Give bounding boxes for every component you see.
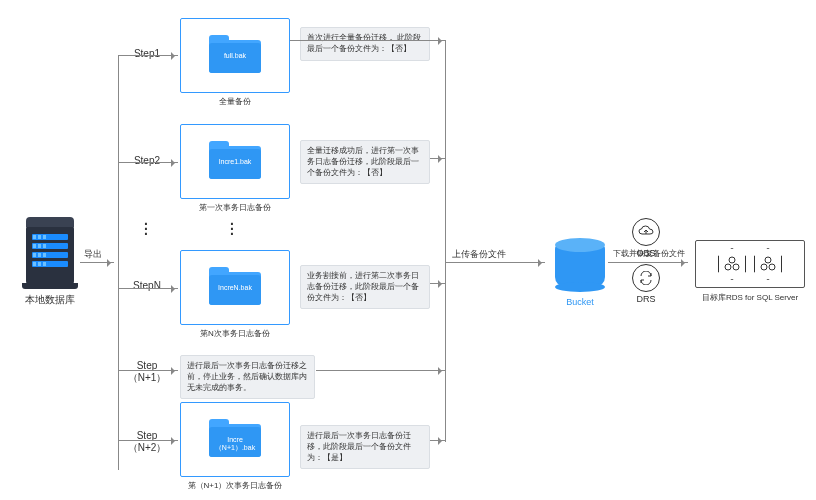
folder-incren1: Incre（N+1）.bak 第（N+1）次事务日志备份 <box>180 402 290 491</box>
stepn1-arrow <box>118 370 178 371</box>
folder-icon: Incre（N+1）.bak <box>209 419 261 457</box>
step-1-label: Step1 <box>122 48 172 59</box>
svg-point-5 <box>765 257 771 263</box>
export-arrow <box>80 262 114 263</box>
svg-point-1 <box>733 264 739 270</box>
cloud-upload-icon <box>632 218 660 246</box>
note-step1: 首次进行全量备份迁移， 此阶段最后一个备份文件为：【否】 <box>300 27 430 61</box>
folder-incren: IncreN.bak 第N次事务日志备份 <box>180 250 290 339</box>
step2-arrow <box>118 162 178 163</box>
steps-vline <box>118 55 119 470</box>
drs-service: DRS <box>628 264 664 304</box>
step1-arrow <box>118 55 178 56</box>
stepn-arrow <box>118 288 178 289</box>
diagram-canvas: 本地数据库 导出 Step1 Step2 StepN Step（N+1） Ste… <box>0 0 816 500</box>
note-stepn2: 进行最后一次事务日志备份迁移，此阶段最后一个备份文件为：【是】 <box>300 425 430 469</box>
db-hex-icon <box>718 248 746 280</box>
db-hex-icon <box>754 248 782 280</box>
folders-ellipsis-icon: ... <box>230 218 234 233</box>
upload-arrow <box>445 262 545 263</box>
folder-icon: full.bak <box>209 35 261 73</box>
bucket-label: Bucket <box>555 297 605 307</box>
steps-ellipsis-icon: ... <box>144 218 148 233</box>
folder-incre1: Incre1.bak 第一次事务日志备份 <box>180 124 290 213</box>
upload-vline <box>445 40 446 442</box>
svg-point-4 <box>769 264 775 270</box>
step-n-label: StepN <box>122 280 172 291</box>
folder-icon: IncreN.bak <box>209 267 261 305</box>
obs-bucket: Bucket <box>555 245 605 307</box>
upload-label: 上传备份文件 <box>452 248 506 261</box>
sync-icon <box>632 264 660 292</box>
download-label: 下载并恢复备份文件 <box>613 248 685 259</box>
target-rds: 目标库RDS for SQL Server <box>695 240 805 303</box>
note-step2: 全量迁移成功后，进行第一次事务日志备份迁移，此阶段最后一个备份文件为：【否】 <box>300 140 430 184</box>
step-2-label: Step2 <box>122 155 172 166</box>
stepn2-arrow <box>118 440 178 441</box>
download-arrow <box>608 262 688 263</box>
step-n2-label: Step（N+2） <box>122 430 172 454</box>
folder-icon: Incre1.bak <box>209 141 261 179</box>
server-icon <box>26 225 74 285</box>
local-database-server: 本地数据库 <box>20 225 80 307</box>
rds-label: 目标库RDS for SQL Server <box>695 292 805 303</box>
server-label: 本地数据库 <box>20 293 80 307</box>
svg-point-2 <box>729 257 735 263</box>
export-label: 导出 <box>84 248 102 261</box>
svg-point-3 <box>761 264 767 270</box>
note-stepn: 业务割接前，进行第二次事务日志备份迁移，此阶段最后一个备份文件为：【否】 <box>300 265 430 309</box>
bucket-icon <box>555 245 605 287</box>
step-n1-label: Step（N+1） <box>122 360 172 384</box>
note-stepn1: 进行最后一次事务日志备份迁移之前，停止业务，然后确认数据库内无未完成的事务。 <box>180 355 315 399</box>
svg-point-0 <box>725 264 731 270</box>
folder-full-backup: full.bak 全量备份 <box>180 18 290 107</box>
